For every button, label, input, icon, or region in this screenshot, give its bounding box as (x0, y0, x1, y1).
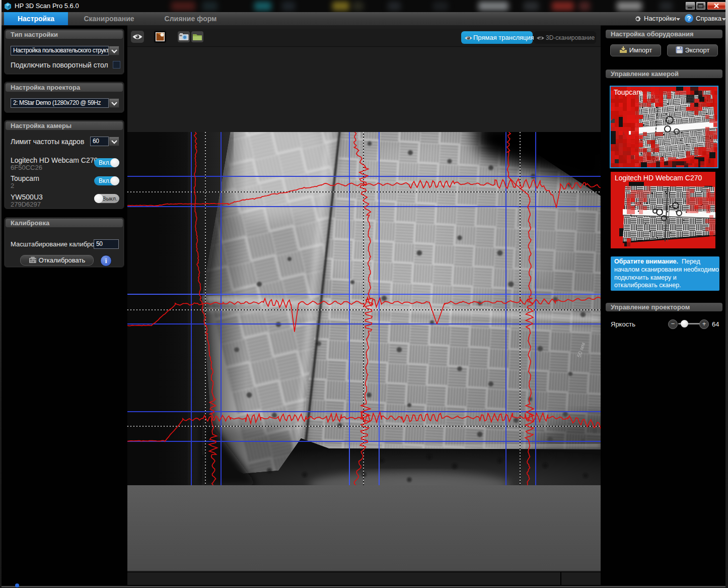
svg-text:Logitech HD Webcam C270: Logitech HD Webcam C270 (615, 174, 702, 182)
svg-text:Toupcam: Toupcam (614, 88, 642, 96)
